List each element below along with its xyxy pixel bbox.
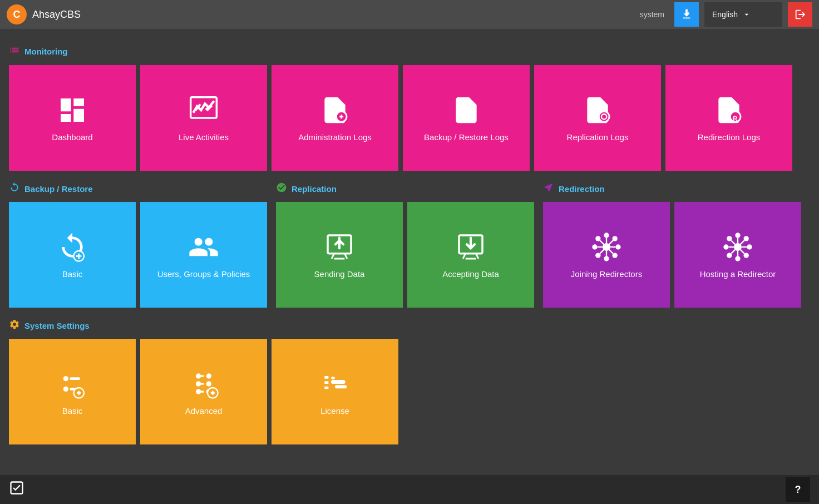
backup-basic-label: Basic	[58, 269, 87, 279]
svg-text:R: R	[733, 114, 738, 121]
license-label: License	[316, 406, 354, 416]
users-groups-label: Users, Groups & Policies	[153, 269, 255, 279]
redirection-logs-icon: R	[713, 95, 744, 126]
replication-section-icon	[276, 182, 287, 195]
monitoring-icon	[9, 45, 20, 58]
hosting-redirector-label: Hosting a Redirector	[695, 269, 781, 279]
joining-redirectors-tile[interactable]: Joining Redirectors	[543, 202, 670, 308]
download-icon	[680, 8, 693, 21]
redirection-logs-tile[interactable]: R Redirection Logs	[665, 65, 792, 171]
backup-restore-tile-grid: Basic Users, Groups & Policies	[9, 202, 267, 308]
sending-data-label: Sending Data	[310, 269, 369, 279]
svg-point-14	[613, 236, 618, 241]
backup-basic-tile[interactable]: Basic	[9, 202, 136, 308]
svg-point-32	[727, 253, 732, 258]
live-activities-tile[interactable]: Live Activities	[140, 65, 267, 171]
joining-redirectors-label: Joining Redirectors	[566, 269, 647, 279]
sending-data-icon	[324, 231, 355, 263]
svg-point-16	[613, 253, 618, 258]
svg-point-49	[206, 381, 211, 386]
replication-tile-grid: Sending Data Accepting Data	[276, 202, 534, 308]
svg-point-28	[723, 244, 728, 249]
current-user: system	[640, 10, 664, 19]
replication-logs-label: Replication Logs	[563, 132, 633, 142]
language-label: English	[712, 10, 738, 19]
svg-line-40	[731, 249, 735, 253]
monitoring-section-header: Monitoring	[9, 45, 810, 58]
svg-point-45	[196, 373, 201, 378]
system-settings-tile-grid: Basic Advanced	[9, 339, 810, 444]
advanced-tile[interactable]: Advanced	[140, 339, 267, 444]
svg-line-24	[609, 249, 613, 253]
svg-point-47	[196, 389, 201, 394]
svg-point-31	[744, 236, 749, 241]
joining-redirectors-icon	[591, 231, 622, 263]
live-activities-label: Live Activities	[174, 132, 233, 142]
backup-restore-logs-label: Backup / Restore Logs	[420, 132, 513, 142]
hosting-redirector-tile[interactable]: Hosting a Redirector	[674, 202, 801, 308]
svg-line-22	[609, 240, 613, 244]
backup-restore-section-label: Backup / Restore	[24, 184, 93, 194]
app-logo: C	[7, 4, 27, 24]
bottom-bar-check-icon	[9, 480, 24, 499]
system-settings-section-header: System Settings	[9, 319, 810, 332]
svg-point-11	[592, 244, 597, 249]
svg-line-39	[741, 240, 744, 244]
backup-basic-icon	[57, 231, 88, 263]
license-tile[interactable]: License	[272, 339, 398, 444]
replication-logs-icon	[582, 95, 613, 126]
svg-point-33	[744, 253, 749, 258]
backup-restore-section-header: Backup / Restore	[9, 182, 267, 195]
redirection-logs-label: Redirection Logs	[693, 132, 765, 142]
header: C AhsayCBS system English	[0, 0, 819, 29]
svg-line-21	[600, 240, 604, 244]
replication-logs-tile[interactable]: Replication Logs	[534, 65, 661, 171]
dashboard-label: Dashboard	[47, 132, 97, 142]
redirection-section-label: Redirection	[559, 184, 605, 194]
backup-restore-logs-tile[interactable]: Backup / Restore Logs	[403, 65, 530, 171]
replication-section-header: Replication	[276, 182, 534, 195]
monitoring-section-label: Monitoring	[24, 47, 67, 56]
svg-rect-53	[331, 377, 335, 379]
svg-point-29	[747, 244, 752, 249]
svg-point-26	[735, 233, 740, 238]
accepting-data-tile[interactable]: Accepting Data	[407, 202, 534, 308]
svg-line-23	[600, 249, 604, 253]
system-basic-tile[interactable]: Basic	[9, 339, 136, 444]
live-activities-icon	[188, 95, 219, 126]
main-content: Monitoring Dashboard Live Activities	[0, 29, 819, 444]
advanced-label: Advanced	[181, 406, 227, 416]
sending-data-tile[interactable]: Sending Data	[276, 202, 403, 308]
logout-icon	[794, 8, 806, 21]
svg-point-10	[604, 256, 609, 261]
accepting-data-label: Accepting Data	[438, 269, 504, 279]
bottom-bar: ?	[0, 475, 819, 504]
users-groups-icon	[188, 231, 219, 263]
license-icon	[319, 368, 351, 399]
users-groups-tile[interactable]: Users, Groups & Policies	[140, 202, 267, 308]
backup-restore-icon	[9, 182, 20, 195]
accepting-data-icon	[455, 231, 486, 263]
svg-point-15	[595, 253, 600, 258]
svg-point-42	[63, 376, 68, 381]
admin-logs-tile[interactable]: Administration Logs	[272, 65, 398, 171]
language-selector[interactable]: English	[704, 2, 782, 27]
svg-line-41	[741, 249, 744, 253]
redirection-tile-grid: Joining Redirectors	[543, 202, 801, 308]
svg-line-38	[731, 240, 735, 244]
redirection-section-icon	[543, 182, 554, 195]
system-basic-label: Basic	[58, 406, 87, 416]
svg-point-46	[196, 381, 201, 386]
svg-rect-52	[331, 380, 346, 384]
logout-button[interactable]	[788, 2, 812, 27]
dashboard-tile[interactable]: Dashboard	[9, 65, 136, 171]
dashboard-icon	[57, 95, 88, 126]
help-button[interactable]: ?	[786, 477, 810, 502]
svg-point-12	[615, 244, 620, 249]
advanced-icon	[188, 368, 219, 399]
download-button[interactable]	[674, 2, 699, 27]
redirection-section-header: Redirection	[543, 182, 801, 195]
svg-point-43	[63, 386, 68, 391]
backup-restore-logs-icon	[451, 95, 482, 126]
app-title: AhsayCBS	[32, 9, 634, 21]
